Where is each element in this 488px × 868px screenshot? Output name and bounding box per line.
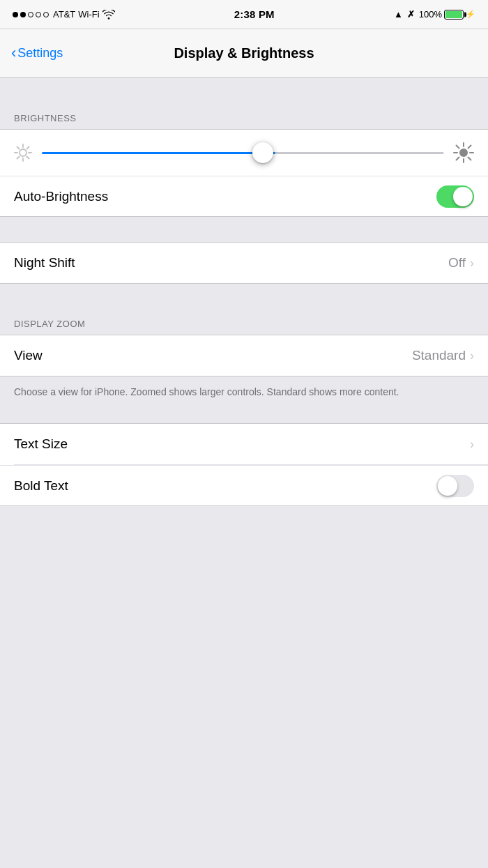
bold-text-row[interactable]: Bold Text [0, 465, 488, 505]
bold-text-label: Bold Text [14, 478, 68, 494]
slider-track-empty [275, 152, 443, 154]
gap-after-night-shift [0, 284, 488, 309]
night-shift-chevron-icon: › [470, 256, 474, 271]
toggle-thumb [453, 187, 473, 206]
auto-brightness-toggle[interactable] [436, 185, 474, 208]
view-value: Standard [412, 348, 466, 363]
nav-bar: ‹ Settings Display & Brightness [0, 29, 488, 78]
signal-dot-1 [13, 12, 18, 17]
svg-line-15 [468, 158, 471, 160]
gap-after-brightness [0, 217, 488, 242]
night-shift-card: Night Shift Off › [0, 242, 488, 284]
bottom-gap [0, 506, 488, 611]
night-shift-label: Night Shift [14, 255, 75, 271]
brightness-section-header: BRIGHTNESS [0, 103, 488, 129]
bolt-icon: ⚡ [466, 10, 475, 19]
svg-point-9 [459, 149, 468, 157]
view-chevron-icon: › [470, 349, 474, 363]
signal-dot-5 [43, 12, 49, 17]
battery-fill [445, 11, 462, 18]
wifi-icon [102, 10, 115, 20]
svg-line-6 [27, 157, 29, 159]
text-size-row[interactable]: Text Size › [0, 424, 488, 464]
gap-before-text-size [0, 409, 488, 423]
display-zoom-section-header: DISPLAY ZOOM [0, 309, 488, 335]
view-row[interactable]: View Standard › [0, 335, 488, 376]
night-shift-value: Off [448, 255, 466, 271]
text-size-value-wrapper: › [470, 437, 474, 452]
carrier-name: AT&T [53, 9, 75, 20]
display-zoom-card: View Standard › [0, 335, 488, 376]
battery-wrapper: 100% ⚡ [419, 9, 475, 20]
svg-line-16 [468, 146, 471, 149]
back-label: Settings [17, 46, 63, 61]
network-type: Wi-Fi [78, 9, 99, 20]
carrier-label: AT&T Wi-Fi [53, 9, 115, 20]
status-left: AT&T Wi-Fi [13, 9, 115, 20]
svg-line-8 [17, 157, 20, 159]
back-button[interactable]: ‹ Settings [11, 46, 63, 61]
brightness-slider-row[interactable] [0, 130, 488, 176]
battery-icon [444, 10, 464, 20]
signal-dot-3 [28, 12, 33, 17]
signal-dot-4 [36, 12, 41, 17]
brightness-high-icon [453, 142, 474, 163]
svg-line-17 [457, 158, 459, 160]
text-size-label: Text Size [14, 436, 68, 452]
auto-brightness-label: Auto-Brightness [14, 189, 108, 204]
text-options-card: Text Size › Bold Text [0, 423, 488, 506]
signal-dot-2 [20, 12, 26, 17]
slider-track-filled [42, 152, 443, 154]
status-bar: AT&T Wi-Fi 2:38 PM ▲ ✗ 100% ⚡ [0, 0, 488, 29]
view-value-wrapper: Standard › [412, 348, 474, 363]
svg-line-5 [17, 147, 20, 149]
svg-line-14 [457, 146, 459, 149]
battery-percent: 100% [419, 9, 442, 20]
night-shift-row[interactable]: Night Shift Off › [0, 243, 488, 283]
bold-text-toggle[interactable] [436, 475, 474, 497]
slider-thumb[interactable] [252, 142, 273, 163]
night-shift-value-wrapper: Off › [448, 255, 474, 271]
auto-brightness-row[interactable]: Auto-Brightness [0, 176, 488, 216]
text-size-chevron-icon: › [470, 437, 474, 452]
brightness-card: Auto-Brightness [0, 129, 488, 217]
section-gap-top [0, 78, 488, 103]
brightness-slider[interactable] [42, 142, 443, 163]
view-label: View [14, 348, 43, 363]
status-time: 2:38 PM [234, 8, 275, 20]
page-title: Display & Brightness [174, 45, 314, 61]
content: BRIGHTNESS [0, 78, 488, 611]
signal-dots [13, 12, 49, 17]
svg-point-0 [20, 149, 26, 156]
bluetooth-icon: ✗ [407, 9, 415, 20]
status-right: ▲ ✗ 100% ⚡ [394, 9, 475, 20]
brightness-low-icon [14, 144, 32, 162]
display-zoom-description: Choose a view for iPhone. Zoomed shows l… [0, 376, 488, 409]
back-chevron-icon: ‹ [11, 45, 16, 61]
bold-text-toggle-thumb [438, 476, 457, 496]
svg-line-7 [27, 147, 29, 149]
location-icon: ▲ [394, 9, 403, 20]
